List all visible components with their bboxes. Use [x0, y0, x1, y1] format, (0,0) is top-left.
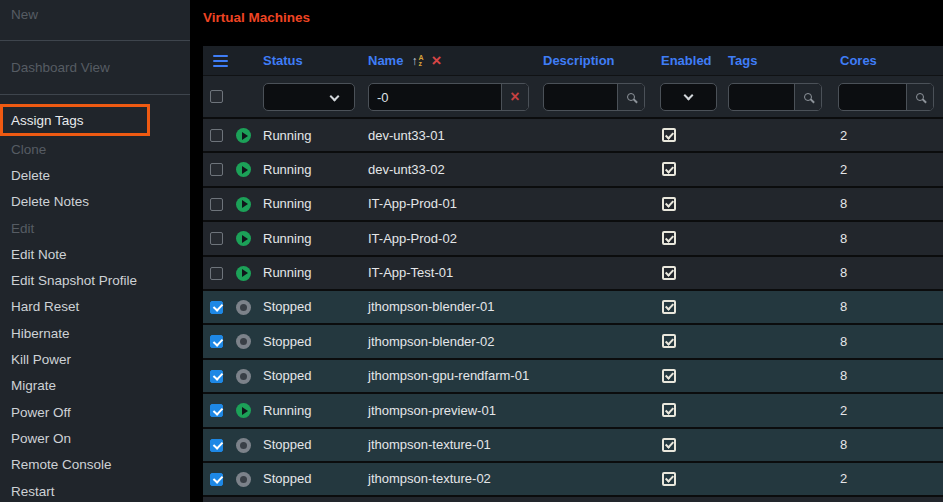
- sidebar-item-hibernate[interactable]: Hibernate: [0, 320, 190, 346]
- vm-name: IT-App-Test-01: [368, 257, 453, 289]
- status-icon: [236, 128, 251, 143]
- enabled-checkbox-icon: [662, 266, 676, 280]
- sidebar-menu: New Dashboard View Assign Tags Clone Del…: [0, 0, 190, 502]
- row-checkbox[interactable]: [210, 439, 223, 452]
- name-filter-input[interactable]: [369, 84, 501, 110]
- description-filter-search-button[interactable]: [617, 84, 644, 110]
- sidebar-item-edit-note[interactable]: Edit Note: [0, 241, 190, 267]
- table-rows: Running dev-unt33-01 2 Running dev-unt33…: [203, 117, 943, 495]
- tags-filter-input[interactable]: [729, 84, 794, 110]
- column-header-tags[interactable]: Tags: [728, 46, 757, 75]
- column-header-status[interactable]: Status: [263, 46, 303, 75]
- status-label: Running: [263, 119, 311, 151]
- row-checkbox[interactable]: [210, 163, 223, 176]
- row-checkbox[interactable]: [210, 335, 223, 348]
- chevron-down-icon: [330, 92, 340, 102]
- table-row[interactable]: Running dev-unt33-02 2: [203, 151, 943, 185]
- sidebar-item-restart[interactable]: Restart: [0, 478, 190, 502]
- enabled-filter-select[interactable]: [660, 83, 717, 111]
- column-header-description[interactable]: Description: [543, 46, 615, 75]
- sidebar-item-migrate[interactable]: Migrate: [0, 373, 190, 399]
- table-row[interactable]: Stopped jthompson-texture-02 2: [203, 461, 943, 495]
- cores-value: 8: [840, 325, 847, 357]
- status-label: Stopped: [263, 360, 311, 392]
- table-row[interactable]: Running dev-unt33-01 2: [203, 117, 943, 151]
- sidebar-item-assign-tags[interactable]: Assign Tags: [0, 104, 150, 136]
- status-icon: [236, 438, 251, 453]
- clear-filter-icon: ×: [510, 89, 519, 105]
- row-checkbox[interactable]: [210, 198, 223, 211]
- column-menu-button[interactable]: [213, 46, 228, 75]
- sidebar-item-hard-reset[interactable]: Hard Reset: [0, 294, 190, 320]
- status-label: Stopped: [263, 291, 311, 323]
- cores-filter-input[interactable]: [839, 84, 906, 110]
- sidebar-item-edit-snapshot-profile[interactable]: Edit Snapshot Profile: [0, 267, 190, 293]
- clear-sort-icon[interactable]: ×: [431, 52, 441, 69]
- tags-filter-search-button[interactable]: [794, 84, 821, 110]
- table-row[interactable]: Stopped jthompson-gpu-rendfarm-01 8: [203, 358, 943, 392]
- sidebar-item-label: Assign Tags: [11, 113, 84, 128]
- sidebar-item-label: New: [11, 7, 38, 22]
- cores-filter-search-button[interactable]: [906, 84, 933, 110]
- row-checkbox[interactable]: [210, 267, 223, 280]
- column-header-cores[interactable]: Cores: [840, 46, 877, 75]
- sidebar-item-kill-power[interactable]: Kill Power: [0, 346, 190, 372]
- column-header-name-label: Name: [368, 53, 403, 68]
- cores-value: 2: [840, 153, 847, 185]
- vm-name: dev-unt33-02: [368, 153, 445, 185]
- tags-filter: [728, 83, 822, 111]
- sidebar-item-power-off[interactable]: Power Off: [0, 399, 190, 425]
- column-header-enabled[interactable]: Enabled: [661, 46, 712, 75]
- column-header-name[interactable]: Name ↑ Az ×: [368, 46, 441, 75]
- cores-value: 8: [840, 291, 847, 323]
- sidebar-item-delete-notes[interactable]: Delete Notes: [0, 189, 190, 215]
- enabled-checkbox-icon: [662, 472, 676, 486]
- row-checkbox[interactable]: [210, 473, 223, 486]
- sidebar-item-delete[interactable]: Delete: [0, 162, 190, 188]
- vm-name: jthompson-preview-01: [368, 394, 496, 426]
- status-icon: [236, 472, 251, 487]
- search-icon: [627, 93, 635, 101]
- name-filter-clear-button[interactable]: ×: [501, 84, 528, 110]
- main-panel: Virtual Machines Status Name ↑ Az × Desc…: [203, 0, 943, 502]
- sidebar-item-clone[interactable]: Clone: [0, 136, 190, 162]
- sort-ascending-icon[interactable]: ↑ Az: [411, 54, 423, 68]
- table-row[interactable]: Running IT-App-Prod-01 8: [203, 186, 943, 220]
- cores-value: 8: [840, 257, 847, 289]
- table-row[interactable]: Stopped jthompson-blender-02 8: [203, 323, 943, 357]
- vm-name: jthompson-texture-02: [368, 463, 491, 495]
- sidebar-item-new[interactable]: New: [0, 0, 190, 41]
- cores-value: 8: [840, 222, 847, 254]
- sidebar-item-label: Edit Note: [11, 247, 67, 262]
- sidebar-item-dashboard-view[interactable]: Dashboard View: [0, 41, 190, 95]
- sidebar-item-edit[interactable]: Edit: [0, 215, 190, 241]
- row-checkbox[interactable]: [210, 404, 223, 417]
- row-checkbox[interactable]: [210, 129, 223, 142]
- cores-filter: [838, 83, 934, 111]
- table-row[interactable]: Stopped jthompson-blender-01 8: [203, 289, 943, 323]
- status-label: Running: [263, 153, 311, 185]
- select-all-checkbox[interactable]: [210, 90, 223, 103]
- table-row[interactable]: Running IT-App-Test-01 8: [203, 255, 943, 289]
- description-filter: [543, 83, 645, 111]
- row-checkbox[interactable]: [210, 301, 223, 314]
- table-row[interactable]: Running IT-App-Prod-02 8: [203, 220, 943, 254]
- enabled-checkbox-icon: [662, 334, 676, 348]
- status-label: Running: [263, 394, 311, 426]
- sidebar-item-power-on[interactable]: Power On: [0, 425, 190, 451]
- enabled-checkbox-icon: [662, 231, 676, 245]
- vm-name: jthompson-texture-01: [368, 429, 491, 461]
- sidebar-item-label: Delete: [11, 168, 50, 183]
- status-label: Stopped: [263, 463, 311, 495]
- table-header-row: Status Name ↑ Az × Description Enabled T…: [203, 46, 943, 75]
- enabled-checkbox-icon: [662, 300, 676, 314]
- sidebar-item-label: Remote Console: [11, 457, 112, 472]
- description-filter-input[interactable]: [544, 84, 617, 110]
- table-row[interactable]: Stopped jthompson-texture-01 8: [203, 427, 943, 461]
- row-checkbox[interactable]: [210, 232, 223, 245]
- row-checkbox[interactable]: [210, 370, 223, 383]
- sidebar-item-label: Migrate: [11, 378, 56, 393]
- sidebar-item-remote-console[interactable]: Remote Console: [0, 452, 190, 478]
- status-filter-select[interactable]: [263, 83, 355, 111]
- table-row[interactable]: Running jthompson-preview-01 2: [203, 392, 943, 426]
